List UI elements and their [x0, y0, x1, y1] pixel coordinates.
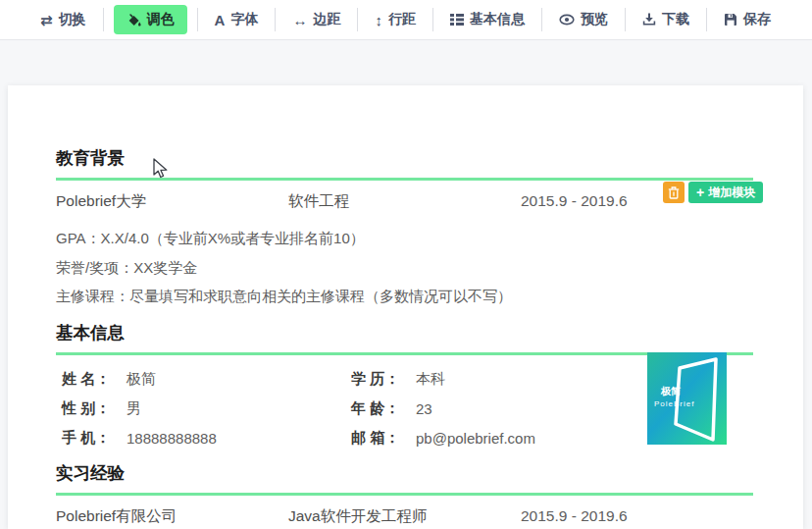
- toolbar-button-margin[interactable]: ↔ 边距: [276, 0, 357, 40]
- plus-icon: +: [696, 185, 704, 199]
- field-name: 姓 名： 极简: [62, 370, 351, 389]
- toolbar-button-palette-label: 调色: [147, 11, 175, 28]
- add-module-button[interactable]: + 增加模块: [688, 182, 763, 203]
- internship-role: Java软件开发工程师: [288, 507, 521, 525]
- toolbar-button-preview-label: 预览: [581, 11, 608, 28]
- preview-icon: [559, 13, 575, 26]
- margin-icon: ↔: [292, 13, 307, 27]
- toolbar-button-margin-label: 边距: [313, 11, 340, 28]
- toolbar-button-save-label: 保存: [743, 11, 771, 28]
- education-detail-courses: 主修课程：尽量填写和求职意向相关的主修课程（多数情况可以不写）: [56, 282, 753, 311]
- save-icon: [724, 13, 737, 26]
- avatar[interactable]: 极简 PoleBrief: [647, 352, 727, 445]
- education-detail-gpa: GPA：X.X/4.0（专业前X%或者专业排名前10）: [56, 224, 753, 253]
- field-degree-value: 本科: [416, 370, 445, 389]
- field-name-label: 姓 名：: [62, 370, 127, 389]
- switch-icon: ⇄: [40, 13, 53, 27]
- section-title-internship: 实习经验: [56, 461, 753, 496]
- education-details: GPA：X.X/4.0（专业前X%或者专业排名前10） 荣誉/奖项：XX奖学金 …: [56, 224, 753, 311]
- module-actions: + 增加模块: [663, 182, 763, 203]
- toolbar: ⇄ 切换 调色 A 字体 ↔ 边距 ↕ 行距: [0, 0, 812, 40]
- delete-module-button[interactable]: [663, 182, 685, 203]
- font-icon: A: [215, 13, 226, 27]
- resume-card: 教育背景 Polebrief大学 软件工程 2015.9 - 2019.6 GP…: [8, 85, 803, 529]
- toolbar-button-switch[interactable]: ⇄ 切换: [24, 0, 103, 40]
- field-name-value: 极简: [127, 370, 156, 389]
- toolbar-button-download[interactable]: 下载: [626, 0, 706, 40]
- internship-period: 2015.9 - 2019.6: [521, 507, 753, 525]
- field-age-value: 23: [416, 400, 432, 417]
- education-entry-row[interactable]: Polebrief大学 软件工程 2015.9 - 2019.6: [56, 192, 753, 210]
- internship-entry-row[interactable]: Polebrief有限公司 Java软件开发工程师 2015.9 - 2019.…: [56, 507, 753, 525]
- line-height-icon: ↕: [375, 13, 382, 27]
- toolbar-button-font[interactable]: A 字体: [198, 0, 276, 40]
- toolbar-button-palette[interactable]: 调色: [114, 5, 187, 34]
- field-gender-value: 男: [127, 399, 141, 418]
- education-detail-honors: 荣誉/奖项：XX奖学金: [56, 253, 753, 283]
- field-phone: 手 机： 18888888888: [62, 429, 351, 448]
- toolbar-button-font-label: 字体: [230, 11, 258, 28]
- field-email-label: 邮 箱：: [351, 429, 416, 448]
- field-degree-label: 学 历：: [351, 370, 416, 389]
- field-gender: 性 别： 男: [62, 399, 351, 418]
- field-gender-label: 性 别：: [62, 399, 127, 418]
- trash-icon: [668, 186, 680, 199]
- toolbar-button-basic-info-label: 基本信息: [470, 11, 525, 28]
- toolbar-button-preview[interactable]: 预览: [542, 0, 625, 40]
- toolbar-button-download-label: 下载: [662, 11, 689, 28]
- section-title-education: 教育背景: [56, 146, 753, 181]
- education-major: 软件工程: [288, 192, 521, 210]
- toolbar-button-line-height-label: 行距: [388, 11, 416, 28]
- add-module-label: 增加模块: [708, 185, 755, 201]
- logo-text-en: PoleBrief: [654, 399, 694, 408]
- toolbar-button-line-height[interactable]: ↕ 行距: [358, 0, 432, 40]
- section-education[interactable]: 教育背景 Polebrief大学 软件工程 2015.9 - 2019.6 GP…: [56, 146, 753, 311]
- palette-icon: [127, 13, 141, 27]
- toolbar-button-switch-label: 切换: [59, 11, 86, 28]
- education-school: Polebrief大学: [56, 192, 288, 210]
- download-icon: [642, 13, 656, 26]
- internship-company: Polebrief有限公司: [56, 507, 288, 525]
- section-internship[interactable]: 实习经验 Polebrief有限公司 Java软件开发工程师 2015.9 - …: [56, 461, 753, 525]
- toolbar-button-save[interactable]: 保存: [707, 0, 787, 40]
- field-phone-value: 18888888888: [127, 430, 217, 447]
- section-title-basic-info: 基本信息: [56, 321, 753, 355]
- field-age-label: 年 龄：: [351, 399, 416, 418]
- basic-info-icon: [450, 13, 464, 26]
- toolbar-button-basic-info[interactable]: 基本信息: [433, 0, 541, 40]
- logo-text-cn: 极简: [660, 386, 681, 397]
- toolbar-divider: [103, 8, 104, 31]
- field-phone-label: 手 机：: [62, 429, 127, 448]
- field-email-value: pb@polebrief.com: [416, 430, 535, 447]
